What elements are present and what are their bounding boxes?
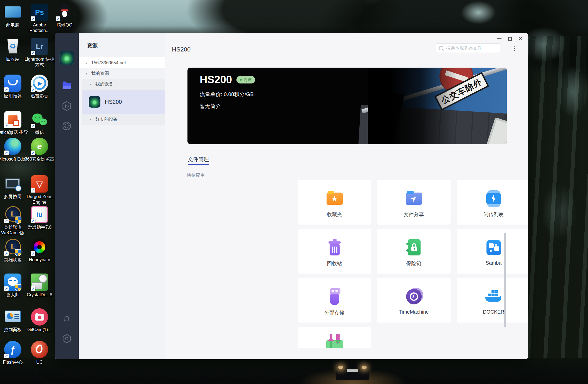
desktop-icon-flash-center[interactable]: f ↗ Flash中心 — [0, 341, 28, 365]
desktop-icon-multi-screen[interactable]: 多屏协同 — [0, 175, 28, 200]
tree-item-hs200-selected[interactable]: HS200 — [82, 90, 165, 114]
app-tile-label: DOCKER — [457, 309, 528, 315]
desktop-icon-office-activation[interactable]: ↗ Office激活 指导 — [0, 111, 28, 135]
nav-transfer-button[interactable] — [55, 99, 79, 113]
usb-cap — [330, 288, 339, 294]
speed-badge: 高速 — [236, 76, 255, 83]
tree-item-network[interactable]: ▸ 15673360654 net — [79, 57, 165, 68]
photo-fade-overlay — [368, 68, 507, 144]
close-button[interactable]: × — [516, 35, 525, 42]
play-icon: ▶ — [38, 80, 42, 87]
vertical-scrollbar[interactable] — [504, 233, 506, 327]
app-tile-favorites[interactable]: ★ 收藏夹 — [298, 180, 371, 225]
tree-item-label: 我的设备 — [95, 81, 113, 87]
tab-file-management[interactable]: 文件管理 — [188, 156, 209, 163]
tree-item-my-devices[interactable]: ▾ 我的设备 — [82, 79, 165, 90]
tree-item-label: 15673360654 net — [91, 60, 126, 65]
desktop-icon-lightroom[interactable]: Lr ↗ Lightroom 快捷方式 — [24, 38, 55, 67]
minimize-button[interactable] — [495, 35, 503, 42]
tree-subgroup: ▾ 我的设备 HS200 ▾ 好友的设备 — [82, 79, 165, 125]
docker-whale-icon — [485, 290, 502, 303]
car-headlight-icon — [362, 366, 367, 369]
transfer-hexagon-icon — [62, 101, 71, 111]
app-tile-file-share[interactable]: ➤ 文件分享 — [377, 180, 451, 225]
desktop-icon-label: 多屏协同 — [4, 194, 22, 200]
shortcut-arrow-icon: ↗ — [56, 16, 60, 21]
shield-icon — [15, 217, 21, 223]
app-tile-docker[interactable]: DOCKER — [457, 278, 528, 323]
trash-lid — [328, 241, 341, 244]
trash-icon — [328, 239, 341, 257]
desktop-icon-durgod[interactable]: ▽ ↗ Durgod Zeus Engine — [24, 175, 55, 205]
desktop-icon-aisi[interactable]: iu ↗ 爱思助手7.0 — [24, 206, 55, 230]
desktop-icon-label: 鲁大师 — [6, 292, 19, 298]
desktop-icon-label: 英雄联盟 — [4, 257, 22, 263]
desktop-icon-label: Office激活 指导 — [0, 130, 28, 135]
caret-right-icon[interactable]: ▸ — [86, 61, 87, 65]
pie-chart-icon — [7, 313, 13, 319]
desktop-icon-control-panel[interactable]: 控制面板 — [0, 308, 28, 333]
app-tile-label: 外部存储 — [298, 309, 371, 316]
wallpaper-road — [0, 358, 588, 384]
caret-down-icon[interactable]: ▾ — [90, 82, 92, 86]
app-tile-samba[interactable]: Samba — [457, 229, 528, 274]
tree-item-my-resources[interactable]: ▾ 我的资源 — [79, 68, 165, 79]
time-machine-icon — [406, 288, 422, 304]
desktop-icon-ludashi[interactable]: ↗ 鲁大师 — [0, 274, 28, 298]
desktop-icon-label: Durgod Zeus Engine — [24, 194, 55, 205]
server-file-search[interactable] — [436, 43, 500, 53]
gifcam-icon — [31, 308, 48, 326]
wechat-bubble-icon — [39, 119, 47, 125]
trash-body — [330, 244, 340, 255]
safe-box-icon — [408, 239, 421, 255]
app-tile-updown-transfer[interactable] — [298, 327, 371, 348]
app-tile-external-storage[interactable]: 外部存储 — [298, 278, 371, 323]
desktop-icon-honeycam[interactable]: ↗ Honeycam — [24, 238, 55, 263]
app-tile-label: 收藏夹 — [298, 211, 371, 218]
sync-badge-icon — [15, 185, 21, 191]
notifications-button[interactable] — [55, 311, 79, 326]
search-input[interactable] — [446, 45, 504, 51]
settings-button[interactable] — [55, 331, 79, 346]
desktop-icon-lol[interactable]: L ↗ 英雄联盟 — [0, 238, 28, 263]
app-tile-flash-transfer[interactable]: 闪传列表 — [457, 180, 528, 225]
desktop-icon-label: GifCam(1)... — [27, 327, 51, 333]
desktop-icon-label: 爱思助手7.0 — [28, 225, 51, 230]
nav-media-button[interactable] — [55, 119, 79, 133]
favorites-folder-icon: ★ — [327, 193, 343, 205]
desktop-icon-label: Honeycam — [29, 257, 50, 263]
app-tile-recycle[interactable]: 回收站 — [298, 229, 371, 274]
maximize-button[interactable] — [506, 35, 514, 42]
desktop-icon-app-store[interactable]: ↗ 应用推荐 — [0, 75, 28, 99]
user-avatar[interactable] — [60, 51, 74, 65]
app-tile-timemachine[interactable]: TimeMachine — [377, 278, 451, 323]
more-menu-button[interactable]: ⋮ — [511, 44, 518, 53]
desktop-icon-crystaldisk[interactable]: ↗ CrystalDi... 8 — [24, 274, 55, 298]
desktop-icon-360-browser[interactable]: e ↗ 360安全浏览器 — [24, 138, 55, 162]
desktop-icon-qq[interactable]: ↗ 腾讯QQ — [49, 4, 80, 28]
desktop-icon-gifcam[interactable]: GifCam(1)... — [24, 308, 55, 333]
desktop-icon-this-pc[interactable]: 此电脑 — [0, 4, 28, 28]
star-icon: ★ — [331, 194, 338, 203]
tree-item-friend-devices[interactable]: ▾ 好友的设备 — [82, 114, 165, 125]
caret-down-icon[interactable]: ▾ — [90, 117, 92, 121]
desktop-icon-label: 应用推荐 — [4, 93, 22, 99]
banner-photo: 公交车除外 — [368, 68, 507, 144]
desktop-icon-lol-wegame[interactable]: L ↗ 英雄联盟 WeGame版 — [0, 206, 28, 235]
caret-down-icon[interactable]: ▾ — [86, 72, 87, 75]
desktop-icon-uc[interactable]: UC — [24, 341, 55, 365]
app-tile-safe-box[interactable]: 保险箱 — [377, 229, 451, 274]
desktop-icon-edge[interactable]: ↗ Microsoft Edge — [0, 138, 28, 162]
clock-icon — [410, 292, 418, 301]
shortcut-arrow-icon: ↗ — [31, 87, 35, 92]
container-box — [488, 294, 491, 296]
desktop-icon-wechat[interactable]: ↗ 微信 — [24, 111, 55, 135]
usb-body — [330, 294, 339, 305]
flash-transfer-icon — [487, 190, 500, 207]
badge-label: 高速 — [243, 77, 252, 82]
desktop-icon-recycle-bin[interactable]: ♻ 回收站 — [0, 38, 28, 62]
desktop-icon-xunlei-player[interactable]: ▶ ↗ 迅雷影音 — [24, 75, 55, 99]
uc-icon — [31, 341, 48, 358]
nav-files-button[interactable] — [55, 79, 79, 93]
tree-item-label: 我的资源 — [91, 71, 109, 77]
